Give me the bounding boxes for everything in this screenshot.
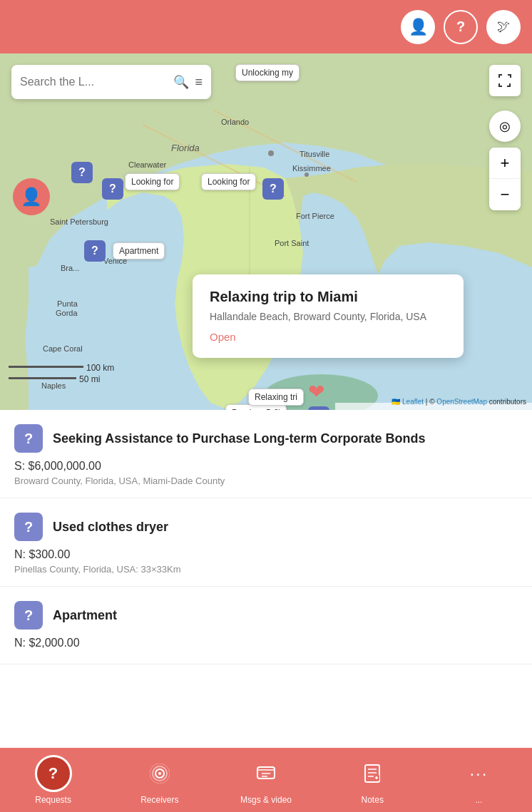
msgs-icon (247, 755, 285, 792)
attr-sep: | © (426, 398, 437, 406)
map-marker-apartment[interactable]: Apartment (113, 242, 165, 259)
svg-text:Florida: Florida (171, 143, 200, 153)
svg-text:Kissimmee: Kissimmee (292, 164, 331, 173)
nav-item-more[interactable]: ··· ... (426, 755, 532, 805)
zoom-in-button[interactable]: + (489, 148, 521, 179)
nav-item-receivers[interactable]: Receivers (106, 755, 213, 805)
nav-label-receivers: Receivers (140, 795, 178, 805)
svg-text:Punta: Punta (57, 299, 78, 308)
zoom-out-button[interactable]: − (489, 179, 521, 210)
more-icon: ··· (460, 755, 497, 792)
locate-icon: ◎ (499, 118, 511, 134)
notes-svg (362, 764, 382, 783)
map-scale: 100 km 50 mi (9, 363, 114, 384)
svg-text:Fort Pierce: Fort Pierce (296, 212, 334, 220)
locate-button[interactable]: ◎ (489, 111, 521, 142)
receivers-icon (141, 755, 178, 792)
map-marker-q4[interactable]: ? (84, 240, 106, 262)
listing-title-3: Apartment (53, 608, 117, 623)
attr-suffix: contributors (489, 398, 526, 406)
popup-open-link[interactable]: Open (210, 331, 236, 343)
map-marker-q5[interactable]: ? (308, 406, 329, 410)
bird-icon: 🕊 (497, 19, 510, 34)
map-marker-q3[interactable]: ? (262, 178, 284, 200)
map-marker-relaxing[interactable]: Relaxing tri (248, 389, 304, 406)
svg-text:Clearwater: Clearwater (128, 160, 167, 169)
scale-km-label: 100 km (86, 363, 114, 373)
svg-text:Saint Petersburg: Saint Petersburg (50, 217, 108, 226)
listing-price-2: N: $300.00 (14, 548, 518, 561)
popup-title: Relaxing trip to Miami (210, 289, 446, 305)
listings-container: ? Seeking Assistance to Purchase Long-te… (0, 410, 532, 741)
listing-title-1: Seeking Assistance to Purchase Long-term… (53, 431, 425, 446)
osm-link[interactable]: OpenStreetMap (436, 398, 487, 406)
bottom-nav: ? Requests Receivers Msgs & video (0, 748, 532, 812)
leaflet-link[interactable]: Leaflet (402, 398, 424, 406)
svg-point-4 (268, 150, 274, 156)
profile-icon: 👤 (409, 18, 428, 36)
nav-item-msgs[interactable]: Msgs & video (213, 755, 319, 805)
svg-text:Orlando: Orlando (221, 118, 249, 126)
scale-mi-line (9, 377, 76, 379)
listing-badge-3: ? (14, 601, 43, 629)
fullscreen-icon (497, 73, 513, 88)
fullscreen-button[interactable] (489, 65, 521, 96)
receivers-svg (150, 764, 170, 783)
filter-icon[interactable]: ≡ (195, 75, 203, 90)
map-container: Orlando Titusville Kissimmee Clearwater … (0, 53, 532, 410)
nav-label-msgs: Msgs & video (240, 795, 292, 805)
map-marker-looking1[interactable]: Looking for (125, 173, 180, 190)
map-marker-q1[interactable]: ? (71, 162, 93, 183)
zoom-controls: + − (489, 148, 521, 210)
scale-km-line (9, 366, 83, 368)
search-input[interactable] (20, 76, 168, 88)
svg-text:Cape Coral: Cape Coral (43, 344, 83, 353)
listing-title-2: Used clothes dryer (53, 520, 168, 535)
search-bar: 🔍 ≡ (11, 65, 211, 99)
scale-mi-label: 50 mi (79, 374, 100, 384)
avatar-icon: 👤 (21, 187, 42, 207)
svg-text:Gorda: Gorda (56, 309, 78, 317)
svg-text:Port Saint: Port Saint (275, 239, 309, 247)
listing-header-2: ? Used clothes dryer (14, 513, 518, 541)
map-marker-unlocking[interactable]: Unlocking my (235, 64, 300, 81)
listing-item-2[interactable]: ? Used clothes dryer N: $300.00 Pinellas… (0, 498, 532, 587)
help-button[interactable]: ? (444, 10, 478, 44)
heart-marker[interactable]: ❤ (308, 380, 324, 404)
svg-point-26 (158, 772, 161, 775)
header: 👤 ? 🕊 (0, 0, 532, 53)
nav-item-notes[interactable]: Notes (319, 755, 426, 805)
map-marker-q2[interactable]: ? (102, 178, 123, 200)
listing-header-3: ? Apartment (14, 601, 518, 629)
listing-item-1[interactable]: ? Seeking Assistance to Purchase Long-te… (0, 410, 532, 498)
svg-text:Bra...: Bra... (61, 264, 79, 272)
listing-badge-1: ? (14, 424, 43, 453)
map-marker-looking2[interactable]: Looking for (201, 173, 256, 190)
profile-button[interactable]: 👤 (401, 10, 435, 44)
map-controls: ◎ + − (489, 111, 521, 210)
nav-item-requests[interactable]: ? Requests (0, 755, 106, 805)
listing-item-3[interactable]: ? Apartment N: $2,000.00 (0, 587, 532, 664)
popup-location: Hallandale Beach, Broward County, Florid… (210, 311, 446, 322)
nav-label-more: ... (475, 795, 482, 805)
nav-label-notes: Notes (362, 795, 384, 805)
requests-icon: ? (35, 755, 72, 792)
listing-location-1: Broward County, Florida, USA, Miami-Dade… (14, 476, 518, 486)
svg-point-5 (305, 173, 309, 177)
search-icon[interactable]: 🔍 (173, 74, 189, 90)
listing-price-1: S: $6,000,000.00 (14, 460, 518, 473)
map-attribution: 🇺🇦 Leaflet | © OpenStreetMap contributor… (392, 398, 526, 406)
help-icon: ? (456, 19, 465, 35)
msgs-svg (256, 764, 276, 783)
svg-text:Titusville: Titusville (300, 150, 329, 158)
nav-label-requests: Requests (35, 795, 71, 805)
map-avatar: 👤 (13, 178, 50, 215)
listing-location-2: Pinellas County, Florida, USA: 33×33Km (14, 564, 518, 575)
listing-price-3: N: $2,000.00 (14, 637, 518, 649)
listing-header-1: ? Seeking Assistance to Purchase Long-te… (14, 424, 518, 453)
map-popup: Relaxing trip to Miami Hallandale Beach,… (193, 274, 464, 358)
listing-badge-2: ? (14, 513, 43, 541)
bird-button[interactable]: 🕊 (486, 10, 521, 44)
notes-icon (354, 755, 391, 792)
